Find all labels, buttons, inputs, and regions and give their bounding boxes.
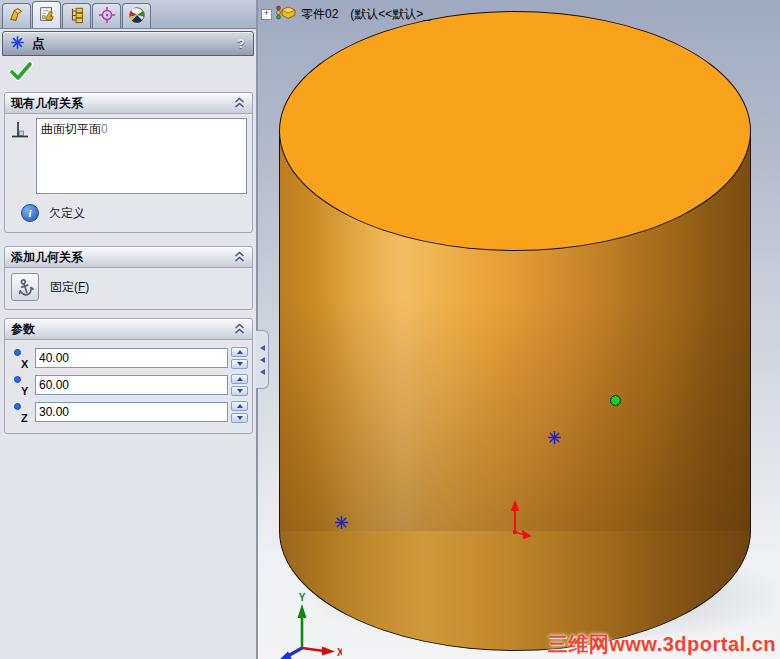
tab-configurationmanager[interactable] [62,3,91,28]
add-relations-group: 添加几何关系 固定(F) [4,246,253,310]
fix-button-label[interactable]: 固定(F) [50,279,89,296]
z-spinner [231,401,248,423]
z-coordinate-input[interactable] [35,402,228,422]
part-origin-marker[interactable] [505,501,531,539]
featuremanager-tree-icon [8,6,26,27]
existing-relations-title: 现有几何关系 [11,95,83,112]
relations-listbox[interactable]: 曲面切平面0 [36,118,247,194]
z-coordinate-row: Z [11,400,248,424]
property-manager-panel: 点 ? 现有几何关系 曲面切平面0 [0,0,258,659]
collapse-chevron-icon[interactable] [233,97,246,109]
part-name-label[interactable]: 零件02 [301,6,338,23]
configurationmanager-icon [68,6,86,27]
y-coordinate-input[interactable] [35,375,228,395]
flyout-feature-tree: + 零件02 (默认<<默认>_ [261,4,430,24]
relation-list-item[interactable]: 曲面切平面0 [41,121,242,138]
fix-anchor-button[interactable] [11,273,39,301]
info-icon: i [21,204,39,222]
part-configuration-label: (默认<<默认>_ [350,6,430,23]
collapse-chevron-icon[interactable] [233,251,246,263]
y-spin-up-button[interactable] [231,374,248,384]
existing-relations-header[interactable]: 现有几何关系 [5,93,252,114]
parameters-title: 参数 [11,321,35,338]
propertymanager-title-bar: 点 ? [2,31,254,56]
tree-expand-button[interactable]: + [261,9,272,20]
y-spinner [231,374,248,396]
tab-propertymanager[interactable] [32,1,61,28]
reference-triad: Y X [262,592,342,659]
parameters-body: X Y Z [5,340,252,433]
definition-status-row: i 欠定义 [5,196,252,232]
z-spin-down-button[interactable] [231,413,248,423]
existing-relations-body: 曲面切平面0 [5,114,252,196]
y-coordinate-icon: Y [11,373,35,397]
z-spin-up-button[interactable] [231,401,248,411]
y-spin-down-button[interactable] [231,386,248,396]
watermark-text: 三维网www.3dportal.cn [548,631,776,658]
definition-status-text: 欠定义 [49,205,85,222]
triad-y-label: Y [299,592,306,603]
blue-point-marker[interactable] [548,431,561,444]
panel-tab-bar [0,0,256,29]
parameters-group: 参数 X Y [4,318,253,434]
tab-dimxpertmanager[interactable] [92,3,121,28]
tab-featuremanager-tree[interactable] [2,3,31,28]
perpendicular-relation-icon [11,120,31,194]
triad-x-label: X [337,647,342,658]
existing-relations-group: 现有几何关系 曲面切平面0 i 欠定义 [4,92,253,233]
green-vertex-point[interactable] [610,395,621,406]
confirm-bar [0,56,256,86]
y-coordinate-row: Y [11,373,248,397]
panel-title: 点 [32,35,45,53]
cylinder-top-face[interactable] [279,11,751,251]
dimxpert-target-icon [98,6,116,27]
x-coordinate-icon: X [11,346,35,370]
point-feature-icon [11,36,24,52]
tab-displaymanager[interactable] [122,3,151,28]
propertymanager-icon [38,5,56,26]
x-coordinate-row: X [11,346,248,370]
blue-point-marker[interactable] [335,516,348,529]
x-spin-down-button[interactable] [231,359,248,369]
ok-checkmark-button[interactable] [9,60,33,85]
help-button[interactable]: ? [237,36,245,51]
add-relations-header[interactable]: 添加几何关系 [5,247,252,268]
part-document-icon [276,4,296,24]
panel-splitter-handle[interactable] [256,330,269,389]
x-spin-up-button[interactable] [231,347,248,357]
parameters-header[interactable]: 参数 [5,319,252,340]
displaymanager-sphere-icon [128,6,146,27]
collapse-chevron-icon[interactable] [233,323,246,335]
solidworks-window: 点 ? 现有几何关系 曲面切平面0 [0,0,780,659]
fix-relation-row: 固定(F) [5,268,252,309]
z-coordinate-icon: Z [11,400,35,424]
graphics-viewport[interactable]: + 零件02 (默认<<默认>_ Y [258,0,780,659]
add-relations-title: 添加几何关系 [11,249,83,266]
x-coordinate-input[interactable] [35,348,228,368]
x-spinner [231,347,248,369]
